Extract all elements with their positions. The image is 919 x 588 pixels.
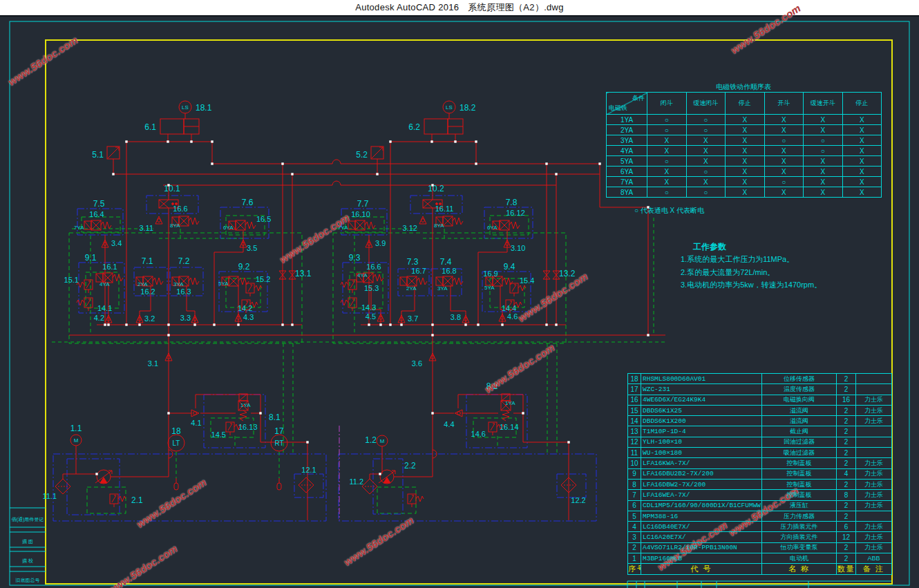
- symbol-part: [153, 278, 163, 285]
- item-qty: 2: [837, 511, 856, 521]
- symbol-part: [248, 285, 252, 292]
- pipe-node: [379, 323, 381, 325]
- solenoid-name: 1YA: [607, 115, 647, 125]
- symbol-part: [453, 218, 463, 225]
- item-code: CDL1MP5/160/90/800D1X/B1CFUMWW: [641, 500, 762, 511]
- item-no: 11: [628, 448, 641, 458]
- item-no: 8: [628, 479, 641, 489]
- component-label: 6YA: [487, 225, 498, 231]
- component-label: 16.12: [506, 209, 525, 217]
- component-label: 18.1: [196, 103, 212, 113]
- title-block-cell: 借(通)用件登记: [12, 516, 44, 523]
- component-label: 7.2: [178, 256, 190, 266]
- item-remark: 力士乐: [856, 490, 892, 500]
- item-name: 电磁换向阀: [762, 395, 837, 405]
- symbol-rel: [110, 494, 126, 507]
- component-label: 7.3: [407, 257, 419, 267]
- item-name: 控制盖板: [762, 479, 837, 489]
- state-cell: ○: [764, 177, 804, 187]
- item-qty: 2: [837, 416, 856, 426]
- component-label: 14.5: [211, 430, 226, 439]
- pipe-node: [501, 323, 503, 325]
- pipe-node: [545, 323, 547, 325]
- component-label: 15.1: [64, 276, 79, 284]
- component-label: 12.1: [301, 466, 316, 474]
- solenoid-name: 7YA: [607, 177, 647, 187]
- component-label: 4YA: [100, 281, 110, 287]
- item-qty: 2: [837, 479, 856, 489]
- item-code: LFA16DBW2-7X/200: [641, 479, 762, 489]
- item-no: 5: [628, 511, 641, 521]
- item-code: LFA16DBU2B2-7X/200: [641, 468, 762, 479]
- item-remark: [856, 448, 892, 458]
- state-cell: ○: [686, 167, 726, 177]
- component-label: 3.2: [144, 314, 155, 323]
- symbol-part: [421, 219, 425, 222]
- symbol-pmp: [95, 470, 112, 484]
- pipe-node: [555, 323, 557, 325]
- component-label: 3.9: [375, 239, 386, 247]
- bom-header: 代 号: [641, 564, 762, 575]
- component-label: 16.2: [140, 287, 155, 296]
- item-remark: [856, 426, 892, 437]
- item-name: 压力传感器: [762, 511, 837, 521]
- component-label: 5YA: [484, 285, 495, 291]
- symbol-mot: M: [377, 435, 388, 446]
- symbol-fil: [299, 477, 314, 493]
- item-name: 温度传感器: [762, 384, 837, 395]
- pipe-node: [400, 323, 402, 325]
- component-label: 3YA: [173, 281, 184, 287]
- component-label: 14.6: [471, 430, 486, 438]
- component-label: 8.2: [486, 381, 498, 391]
- symbol-part: [373, 274, 383, 281]
- item-no: 14: [628, 416, 641, 426]
- item-name: 溢流阀: [762, 405, 837, 415]
- item-qty: 2: [837, 437, 856, 447]
- state-cell: X: [686, 146, 726, 156]
- item-code: LFA16KWA-7X/: [641, 458, 762, 468]
- pipe-node: [389, 140, 391, 142]
- state-cell: X: [726, 146, 765, 156]
- symbol-cyl: [424, 119, 463, 134]
- symbol-part: [491, 424, 495, 430]
- item-remark: 力士乐: [856, 532, 892, 542]
- pipe-node: [190, 140, 192, 142]
- pipe-node: [193, 323, 196, 325]
- item-remark: 力士乐: [856, 405, 892, 415]
- pipe-node: [167, 334, 169, 336]
- component-label: 1.1: [70, 424, 82, 433]
- symbol-part: [158, 219, 161, 222]
- symbol-part: [84, 221, 91, 229]
- column-header: 停止: [726, 93, 765, 115]
- pipe-node: [104, 323, 106, 325]
- item-remark: 力士乐: [856, 542, 892, 553]
- state-cell: X: [686, 177, 726, 187]
- item-no: 1: [628, 553, 641, 564]
- bom-header: 数量: [837, 564, 856, 575]
- item-code: A4VSO71LR2/10R-PPB13N00N: [641, 542, 762, 553]
- component-label: 14.1: [97, 304, 112, 312]
- item-code: WU-100×180: [641, 448, 762, 458]
- component-label: 9.2: [238, 262, 250, 272]
- pipe-node: [306, 441, 308, 443]
- symbol-part: [240, 410, 247, 421]
- ls-text: LS: [446, 104, 453, 111]
- symbol-chk: [191, 410, 199, 417]
- state-cell: X: [842, 177, 882, 187]
- symbol-part: [299, 477, 314, 493]
- item-name: 吸油过滤器: [762, 448, 837, 458]
- item-remark: 力士乐: [856, 468, 892, 479]
- pipe-node: [167, 412, 169, 414]
- symbol-part: [372, 147, 383, 158]
- symbol-part: [77, 300, 84, 305]
- state-cell: X: [726, 167, 765, 177]
- ls-text: LS: [182, 104, 189, 111]
- component-label: 3.7: [408, 314, 418, 323]
- pipe-node: [291, 173, 293, 175]
- symbol-ls: LS: [443, 101, 455, 113]
- item-no: 7: [628, 490, 641, 500]
- state-cell: X: [726, 125, 765, 135]
- pipe-node: [431, 334, 433, 336]
- component-label: 3.5: [247, 244, 257, 252]
- pipe-node: [95, 473, 97, 475]
